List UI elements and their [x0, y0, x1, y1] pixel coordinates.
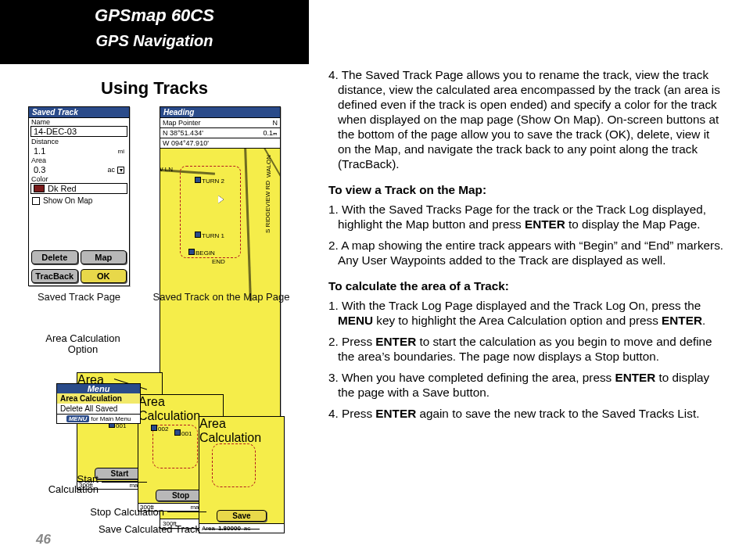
body-text-column: 4. The Saved Track Page allows you to re… — [328, 67, 724, 427]
caption-save-calculated-track: Save Calculated Track — [75, 524, 200, 534]
label: 002 — [158, 425, 168, 433]
leader-line — [167, 512, 206, 512]
view-step-2: 2. A map showing the entire track appear… — [328, 238, 724, 267]
waypoint-turn-1: TURN 1 — [195, 232, 224, 239]
kw-menu: MENU — [338, 314, 373, 327]
header-title-2: GPS Navigation — [0, 27, 309, 55]
waypoint-end: END — [212, 258, 225, 265]
value: 0.3 — [34, 165, 45, 174]
label: TURN 1 — [202, 232, 224, 239]
txt: 2. Press — [328, 335, 375, 348]
label: TURN 2 — [202, 178, 224, 185]
label: 001 — [181, 430, 192, 437]
delete-button[interactable]: Delete — [31, 250, 78, 264]
section-heading: Using Tracks — [0, 78, 309, 99]
label-name: Name — [29, 118, 129, 126]
value: W 094°47.910' — [163, 139, 209, 147]
txt: . — [702, 314, 705, 327]
road-label: S RIDGEVIEW RD — [264, 181, 271, 233]
figures-area: Saved Track Name 14-DEC-03 Distance 1.1m… — [28, 106, 314, 529]
para-4: 4. The Saved Track Page allows you to re… — [328, 67, 724, 171]
menu-item-area-calculation[interactable]: Area Calculation — [57, 393, 140, 404]
calc-step-3: 3. When you have completed defining the … — [328, 370, 724, 400]
calc-step-2: 2. Press ENTER to start the calculation … — [328, 334, 724, 364]
checkbox-icon — [32, 197, 40, 205]
road-label: W LN — [160, 166, 173, 173]
flag-icon — [151, 425, 157, 431]
unit: mi — [118, 148, 124, 155]
flag-icon — [174, 429, 181, 436]
calc-step-4: 4. Press ENTER again to save the new tra… — [328, 406, 724, 421]
kw-enter: ENTER — [662, 314, 702, 327]
caption-start-calculation: Start Calculation — [28, 474, 99, 494]
label-color: Color — [29, 175, 129, 183]
txt: again to save the new track to the Saved… — [416, 407, 699, 420]
value: Dk Red — [45, 184, 124, 193]
area-readout: Area 1.80000 ac — [199, 523, 284, 533]
tracback-button[interactable]: TracBack — [31, 269, 78, 283]
unit: ac — [107, 166, 115, 174]
value: 1.1 — [34, 146, 45, 156]
view-step-1: 1. With the Saved Tracks Page for the tr… — [328, 202, 724, 232]
header-band: GPSmap 60CS GPS Navigation — [0, 0, 309, 64]
txt: 4. Press — [328, 407, 375, 420]
subhead-view-track: To view a Track on the Map: — [328, 182, 724, 197]
screenshot-saved-track-page: Saved Track Name 14-DEC-03 Distance 1.1m… — [28, 106, 130, 286]
value: N 38°51.434' — [163, 129, 203, 137]
txt: to display the Map Page. — [565, 217, 701, 231]
caption-saved-track-page: Saved Track Page — [28, 291, 130, 303]
waypoint-001: 001 — [174, 429, 192, 437]
titlebar: Heading — [160, 107, 280, 118]
checkbox-show-on-map[interactable]: Show On Map — [29, 195, 129, 206]
page-number: 46 — [36, 532, 51, 547]
field-name[interactable]: 14-DEC-03 — [30, 126, 127, 137]
waypoint-begin: BEGIN — [188, 249, 215, 257]
waypoint-002: 002 — [151, 425, 168, 433]
color-swatch-icon — [34, 185, 45, 192]
field-area: 0.3 ac▾ — [31, 164, 127, 175]
road-label: WALON — [265, 155, 272, 178]
leader-line — [203, 529, 260, 529]
save-button[interactable]: Save — [217, 510, 267, 522]
caption-stop-calculation: Stop Calculation — [63, 507, 164, 517]
kw-enter: ENTER — [615, 371, 656, 384]
flag-icon — [195, 177, 201, 183]
titlebar: Saved Track — [29, 107, 129, 118]
label-area: Area — [29, 156, 129, 164]
waypoint-turn-2: TURN 2 — [195, 177, 224, 185]
txt: 1. With the Track Log Page displayed and… — [328, 299, 701, 312]
caption-area-calc-option: Area Calculation Option — [36, 333, 130, 355]
flag-icon — [188, 249, 195, 255]
titlebar: Area Calculation — [138, 395, 223, 406]
kw-enter: ENTER — [375, 407, 416, 420]
flag-icon — [195, 232, 201, 238]
value: 14-DEC-03 — [34, 127, 77, 136]
subhead-calc-area: To calculate the area of a Track: — [328, 278, 724, 293]
value: 0.1ₘ — [263, 129, 278, 137]
track-path — [212, 443, 256, 487]
dropdown-icon[interactable]: ▾ — [117, 167, 124, 174]
txt: key to highlight the Area Calculation op… — [373, 314, 662, 327]
info-row-lon: W 094°47.910' — [160, 138, 280, 149]
map-button[interactable]: Map — [81, 250, 127, 264]
titlebar: Area Calculation — [199, 417, 284, 428]
leader-line — [102, 482, 147, 483]
screenshot-area-calc-save: Area Calculation S RIDGEVIEW RD Save Are… — [199, 416, 285, 533]
label: BEGIN — [195, 249, 215, 257]
field-color[interactable]: Dk Red — [30, 183, 127, 194]
label-distance: Distance — [29, 138, 129, 145]
label: Map Pointer — [163, 119, 201, 127]
kw-enter: ENTER — [375, 335, 416, 348]
menu-header: Menu — [57, 384, 140, 393]
map-cursor-icon — [218, 196, 224, 203]
kw-enter: ENTER — [525, 217, 565, 231]
menu-footer: MENUfor Main Menu — [57, 414, 140, 423]
map-canvas[interactable]: S RIDGEVIEW RD — [199, 428, 284, 508]
info-row-sub: Map Pointer N — [160, 118, 280, 128]
road-line — [244, 149, 252, 301]
label: Show On Map — [43, 196, 92, 205]
ok-button[interactable]: OK — [81, 269, 127, 283]
label: for Main Menu — [91, 415, 131, 422]
header-title-1: GPSmap 60CS — [0, 5, 309, 27]
menu-item-delete-all-saved[interactable]: Delete All Saved — [57, 404, 140, 414]
